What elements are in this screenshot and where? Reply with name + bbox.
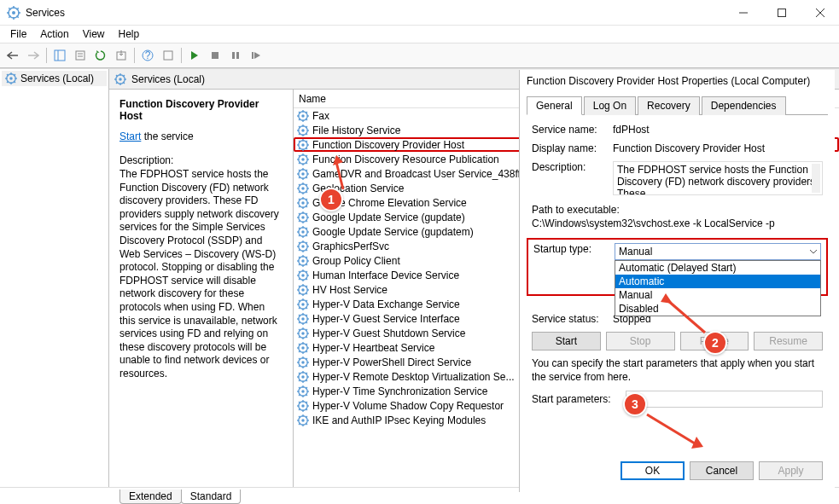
svg-rect-16 <box>76 51 84 60</box>
svg-rect-24 <box>232 52 235 59</box>
menu-bar: File Action View Help <box>0 26 839 43</box>
list-item-label: GraphicsPerfSvc <box>312 240 389 252</box>
annotation-arrow-1 <box>333 155 358 193</box>
svg-text:?: ? <box>145 49 151 61</box>
gear-icon <box>297 197 309 209</box>
minimize-button[interactable] <box>724 0 762 26</box>
combo-option[interactable]: Automatic (Delayed Start) <box>615 261 820 275</box>
tree-item-services-local[interactable]: Services (Local) <box>2 71 107 86</box>
title-bar: Services <box>0 0 839 26</box>
list-item-label: Group Policy Client <box>312 255 400 267</box>
gear-icon <box>297 284 309 296</box>
show-hide-tree-button[interactable] <box>50 46 69 65</box>
maximize-button[interactable] <box>762 0 801 26</box>
tab-recovery[interactable]: Recovery <box>638 96 700 115</box>
start-suffix: the service <box>141 130 193 142</box>
description-label: Description: <box>119 154 283 166</box>
gear-icon <box>297 211 309 223</box>
restart-service-button[interactable] <box>247 46 265 65</box>
list-item-label: Hyper-V Data Exchange Service <box>312 298 460 310</box>
window-title: Services <box>26 7 724 19</box>
gear-icon <box>297 356 309 368</box>
annotation-1: 1 <box>319 188 343 211</box>
cancel-button[interactable]: Cancel <box>690 461 754 480</box>
combo-option[interactable]: Automatic <box>615 275 820 288</box>
list-item-label: Function Discovery Provider Host <box>312 139 464 151</box>
help-button[interactable]: ? <box>138 46 157 65</box>
dialog-tabs: General Log On Recovery Dependencies <box>527 96 828 115</box>
list-item-label: HV Host Service <box>312 284 387 296</box>
path-label: Path to executable: <box>532 204 823 216</box>
menu-file[interactable]: File <box>3 26 33 42</box>
gear-icon <box>297 400 309 412</box>
list-item-label: Google Update Service (gupdatem) <box>312 226 474 238</box>
service-name-value: fdPHost <box>613 124 823 136</box>
description-box[interactable]: The FDPHOST service hosts the Function D… <box>613 161 823 195</box>
gear-icon <box>297 327 309 339</box>
gear-icon <box>297 255 309 267</box>
start-parameters-label: Start parameters: <box>532 393 626 405</box>
gear-icon <box>297 240 309 252</box>
tab-dependencies[interactable]: Dependencies <box>702 96 786 115</box>
annotation-3: 3 <box>623 392 647 416</box>
menu-action[interactable]: Action <box>33 26 75 42</box>
gear-icon <box>297 125 309 136</box>
tab-logon[interactable]: Log On <box>584 96 636 115</box>
gear-icon <box>297 371 309 383</box>
list-item-label: Google Update Service (gupdate) <box>312 211 465 223</box>
start-service-button[interactable] <box>185 46 204 65</box>
list-item-label: Hyper-V Time Synchronization Service <box>312 385 487 397</box>
list-item-label: File History Service <box>312 125 400 136</box>
description-panel: Function Discovery Provider Host Start t… <box>109 90 293 487</box>
list-item-label: Hyper-V Remote Desktop Virtualization Se… <box>312 371 515 383</box>
close-button[interactable] <box>801 0 839 26</box>
gear-icon <box>297 154 309 165</box>
list-item-label: IKE and AuthIP IPsec Keying Modules <box>312 414 486 426</box>
panel-header-title: Services (Local) <box>131 73 205 85</box>
tab-extended[interactable]: Extended <box>119 490 182 504</box>
display-name-label: Display name: <box>532 142 613 154</box>
tab-standard[interactable]: Standard <box>181 490 242 504</box>
tab-general[interactable]: General <box>527 96 582 115</box>
startup-type-value: Manual <box>619 246 652 258</box>
annotation-arrow-3 <box>645 413 705 450</box>
svg-rect-26 <box>252 52 253 59</box>
svg-rect-23 <box>212 52 218 59</box>
path-value: C:\Windows\system32\svchost.exe -k Local… <box>532 217 823 229</box>
apply-button[interactable]: Apply <box>759 461 823 480</box>
svg-rect-22 <box>164 51 172 60</box>
pause-service-button[interactable] <box>226 46 245 65</box>
gear-icon <box>297 269 309 281</box>
gear-icon <box>114 73 126 85</box>
start-parameters-input[interactable] <box>626 391 823 408</box>
gear-icon <box>297 182 309 194</box>
list-item-label: Hyper-V PowerShell Direct Service <box>312 356 471 368</box>
stop-service-button[interactable] <box>206 46 224 65</box>
combo-option[interactable]: Disabled <box>615 302 820 316</box>
tree-panel: Services (Local) <box>0 69 109 487</box>
gear-icon <box>5 72 17 84</box>
parameters-note: You can specify the start parameters tha… <box>532 357 823 384</box>
back-button[interactable] <box>3 46 22 65</box>
dialog-title: Function Discovery Provider Host Propert… <box>520 70 835 92</box>
start-link[interactable]: Start <box>119 130 141 142</box>
startup-type-combo[interactable]: Manual <box>615 243 821 260</box>
annotation-2: 2 <box>703 331 727 355</box>
menu-view[interactable]: View <box>76 26 112 42</box>
combo-option[interactable]: Manual <box>615 288 820 302</box>
export-button[interactable] <box>112 46 131 65</box>
forward-button[interactable] <box>24 46 43 65</box>
menu-help[interactable]: Help <box>112 26 147 42</box>
app-icon <box>7 6 20 20</box>
service-title: Function Discovery Provider Host <box>119 98 283 122</box>
startup-type-label: Startup type: <box>533 243 615 255</box>
ok-button[interactable]: OK <box>621 461 685 480</box>
gear-icon <box>297 139 309 151</box>
resume-button[interactable]: Resume <box>754 332 823 350</box>
properties-button[interactable] <box>71 46 90 65</box>
props-button-2[interactable] <box>159 46 178 65</box>
gear-icon <box>297 342 309 354</box>
refresh-button[interactable] <box>91 46 110 65</box>
start-button[interactable]: Start <box>532 332 601 350</box>
gear-icon <box>297 385 309 397</box>
